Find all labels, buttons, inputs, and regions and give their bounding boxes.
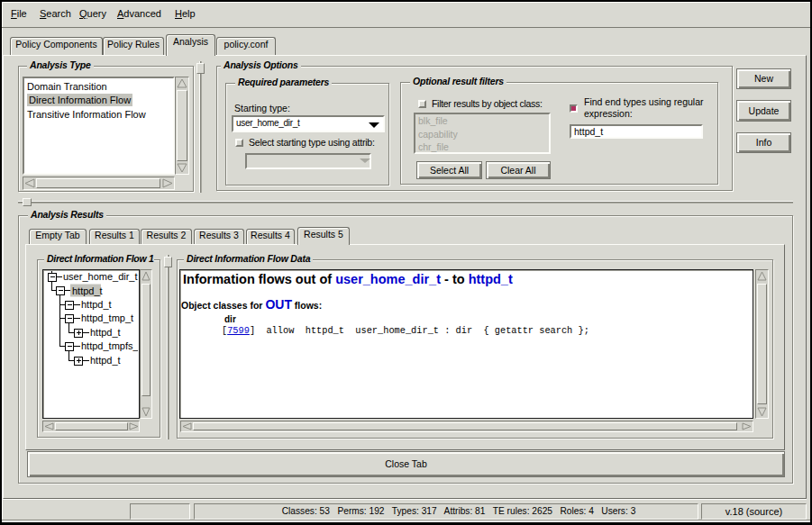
svg-text:httpd_t: httpd_t	[81, 299, 112, 310]
svg-text:user_home_dir_t: user_home_dir_t	[63, 271, 138, 282]
svg-text:httpd_t: httpd_t	[72, 285, 103, 296]
svg-text:httpd_t: httpd_t	[90, 355, 121, 366]
svg-text:httpd_tmp_t: httpd_tmp_t	[81, 312, 133, 323]
svg-text:httpd_tmpfs_: httpd_tmpfs_	[81, 340, 138, 351]
svg-text:httpd_t: httpd_t	[90, 327, 121, 338]
